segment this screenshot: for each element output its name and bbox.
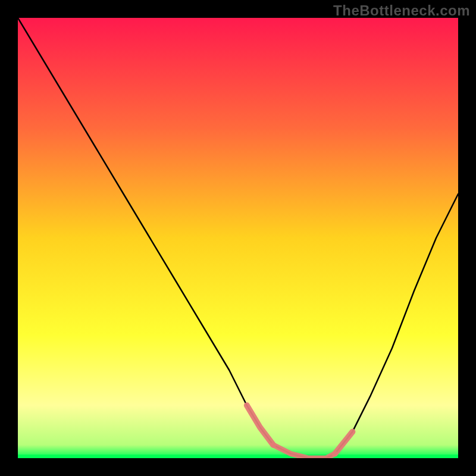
chart-svg <box>18 18 458 458</box>
watermark-text: TheBottleneck.com <box>333 2 470 19</box>
chart-background <box>18 18 458 458</box>
chart-frame: TheBottleneck.com <box>0 0 476 476</box>
plot-area <box>18 18 458 458</box>
green-baseline <box>18 455 458 458</box>
